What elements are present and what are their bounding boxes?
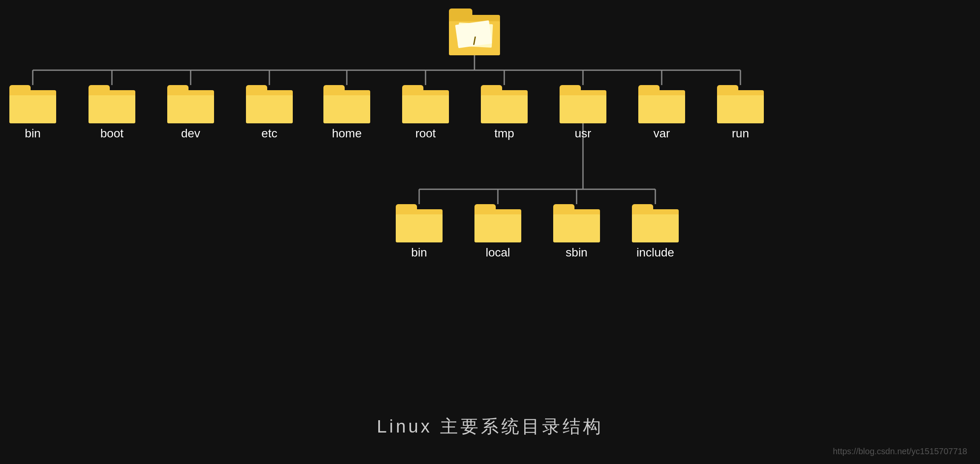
- folder-label-dev: dev: [181, 127, 200, 140]
- diagram-container: / bin boot dev: [0, 0, 980, 464]
- folder-icon: [246, 85, 293, 123]
- diagram-title: Linux 主要系统目录结构: [377, 415, 603, 438]
- folder-run: run: [717, 85, 764, 140]
- root-folder-node: /: [449, 9, 500, 55]
- folder-icon: [9, 85, 56, 123]
- folder-label-boot: boot: [100, 127, 124, 140]
- folder-label-etc: etc: [261, 127, 277, 140]
- folder-bin-l1: bin: [9, 85, 56, 140]
- folder-label-tmp: tmp: [494, 127, 514, 140]
- folder-var: var: [638, 85, 685, 140]
- folder-label-bin-l1: bin: [25, 127, 40, 140]
- folder-icon: [553, 204, 600, 242]
- folder-label-root: root: [415, 127, 436, 140]
- folder-home: home: [323, 85, 370, 140]
- folder-icon: [632, 204, 679, 242]
- folder-label-usr-bin: bin: [411, 246, 427, 259]
- root-folder-icon: /: [449, 9, 500, 55]
- folder-icon: [323, 85, 370, 123]
- folder-label-home: home: [332, 127, 362, 140]
- folder-icon: [638, 85, 685, 123]
- folder-etc: etc: [246, 85, 293, 140]
- folder-label-usr-include: include: [637, 246, 674, 259]
- folder-root: root: [402, 85, 449, 140]
- folder-label-run: run: [732, 127, 749, 140]
- folder-usr-sbin: sbin: [553, 204, 600, 259]
- folder-icon: [474, 204, 521, 242]
- folder-icon: [396, 204, 443, 242]
- folder-icon: [402, 85, 449, 123]
- folder-icon: [560, 85, 606, 123]
- folder-label-usr-local: local: [486, 246, 510, 259]
- folder-usr: usr: [560, 85, 606, 140]
- folder-tmp: tmp: [481, 85, 528, 140]
- folder-icon: [717, 85, 764, 123]
- folder-usr-include: include: [632, 204, 679, 259]
- folder-label-usr-sbin: sbin: [566, 246, 587, 259]
- folder-boot: boot: [89, 85, 135, 140]
- folder-dev: dev: [167, 85, 214, 140]
- folder-usr-bin: bin: [396, 204, 443, 259]
- folder-label-usr: usr: [575, 127, 591, 140]
- root-folder-label: /: [473, 34, 476, 48]
- folder-icon: [481, 85, 528, 123]
- folder-icon: [167, 85, 214, 123]
- folder-label-var: var: [654, 127, 670, 140]
- watermark: https://blog.csdn.net/yc1515707718: [833, 447, 967, 456]
- folder-icon: [89, 85, 135, 123]
- folder-usr-local: local: [474, 204, 521, 259]
